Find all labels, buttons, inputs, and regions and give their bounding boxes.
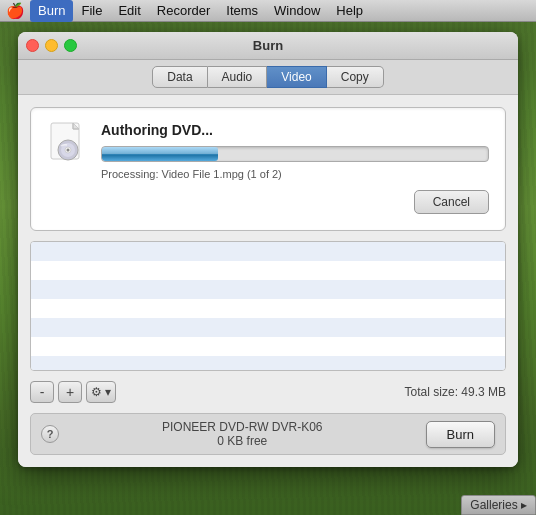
maximize-button[interactable]	[64, 39, 77, 52]
menu-edit[interactable]: Edit	[110, 0, 148, 22]
list-item	[31, 318, 505, 337]
progress-bar-container	[101, 146, 489, 162]
tab-audio[interactable]: Audio	[208, 66, 268, 88]
list-item	[31, 356, 505, 371]
help-button[interactable]: ?	[41, 425, 59, 443]
progress-title: Authoring DVD...	[101, 122, 489, 138]
device-bar: ? PIONEER DVD-RW DVR-K06 0 KB free Burn	[30, 413, 506, 455]
window-controls	[26, 39, 77, 52]
total-size-label: Total size: 49.3 MB	[405, 385, 506, 399]
tab-data[interactable]: Data	[152, 66, 207, 88]
galleries-label: Galleries ▸	[470, 498, 527, 512]
cancel-button[interactable]: Cancel	[414, 190, 489, 214]
dvd-file-icon	[47, 122, 89, 170]
device-name: PIONEER DVD-RW DVR-K06	[162, 420, 322, 434]
add-button[interactable]: +	[58, 381, 82, 403]
menubar: 🍎 Burn File Edit Recorder Items Window H…	[0, 0, 536, 22]
menu-burn[interactable]: Burn	[30, 0, 73, 22]
main-window: Burn Data Audio Video Copy	[18, 32, 518, 467]
list-item	[31, 261, 505, 280]
tab-bar: Data Audio Video Copy	[18, 60, 518, 95]
svg-point-7	[67, 149, 70, 152]
window-body: Authoring DVD... Processing: Video File …	[18, 95, 518, 467]
list-item	[31, 337, 505, 356]
menu-file[interactable]: File	[73, 0, 110, 22]
settings-button[interactable]: ⚙ ▾	[86, 381, 116, 403]
galleries-bar[interactable]: Galleries ▸	[461, 495, 536, 515]
file-list[interactable]	[30, 241, 506, 371]
remove-button[interactable]: -	[30, 381, 54, 403]
list-item	[31, 280, 505, 299]
progress-panel: Authoring DVD... Processing: Video File …	[30, 107, 506, 231]
progress-header: Authoring DVD... Processing: Video File …	[47, 122, 489, 180]
list-item	[31, 242, 505, 261]
close-button[interactable]	[26, 39, 39, 52]
menu-window[interactable]: Window	[266, 0, 328, 22]
window-title: Burn	[253, 38, 283, 53]
progress-status: Processing: Video File 1.mpg (1 of 2)	[101, 168, 489, 180]
minimize-button[interactable]	[45, 39, 58, 52]
burn-button[interactable]: Burn	[426, 421, 495, 448]
progress-bar-fill	[102, 147, 218, 161]
apple-icon: 🍎	[6, 2, 25, 20]
bottom-toolbar: - + ⚙ ▾ Total size: 49.3 MB	[30, 381, 506, 403]
tab-video[interactable]: Video	[267, 66, 326, 88]
list-item	[31, 299, 505, 318]
cancel-row: Cancel	[47, 190, 489, 214]
menu-recorder[interactable]: Recorder	[149, 0, 218, 22]
tab-copy[interactable]: Copy	[327, 66, 384, 88]
progress-info: Authoring DVD... Processing: Video File …	[101, 122, 489, 180]
menu-help[interactable]: Help	[328, 0, 371, 22]
device-info: PIONEER DVD-RW DVR-K06 0 KB free	[162, 420, 322, 448]
menu-items[interactable]: Items	[218, 0, 266, 22]
device-free: 0 KB free	[162, 434, 322, 448]
apple-menu[interactable]: 🍎	[0, 2, 30, 20]
window-titlebar: Burn	[18, 32, 518, 60]
